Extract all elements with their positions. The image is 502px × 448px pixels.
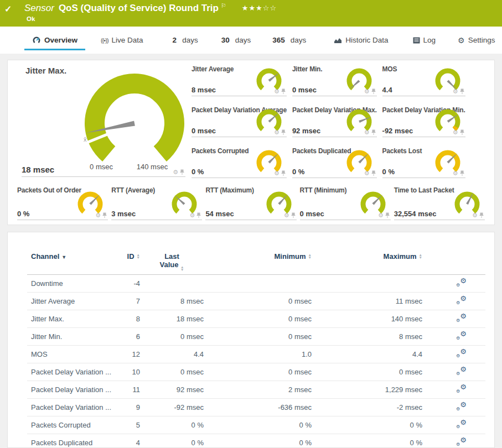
column-header-content: Minimum▲▼ — [275, 252, 312, 261]
gear-icon[interactable]: ⚙ — [453, 129, 458, 136]
pin-icon[interactable] — [460, 88, 464, 95]
sort-arrows-icon[interactable]: ▲▼ — [419, 253, 422, 259]
column-header-label: Minimum — [275, 252, 306, 261]
gauge-cell: Packets Lost0 %⚙ — [382, 146, 465, 178]
table-row: Packet Delay Variation ...100 msec0 msec… — [27, 363, 485, 381]
gear-icon[interactable]: ⚙ — [378, 212, 384, 218]
gauge-cell-icons: ⚙ — [95, 212, 107, 218]
gauge-value: 4.4 — [382, 86, 392, 94]
pin-icon[interactable] — [371, 129, 376, 136]
tab-settings[interactable]: ⚙Settings — [458, 27, 495, 54]
channel-id: 9 — [120, 403, 140, 411]
tab-label: days — [182, 36, 198, 44]
tab-30-days[interactable]: 30days — [221, 27, 251, 54]
gauge-cell: Packets Out of Order0 %⚙ — [17, 185, 108, 220]
channel-id: 10 — [120, 368, 140, 376]
sensor-status-badge: Ok — [27, 15, 35, 22]
channel-name: Packet Delay Variation ... — [27, 368, 120, 376]
channel-settings-gears-icon[interactable]: ⚙⚙ — [456, 296, 467, 305]
pin-icon[interactable] — [460, 170, 464, 176]
sensor-header: ✓ Sensor QoS (Quality of Service) Round … — [0, 0, 502, 27]
gear-large-icon: ⚙ — [460, 366, 467, 373]
sort-arrows-icon[interactable]: ▲▼ — [137, 253, 140, 259]
gauge-value: 8 msec — [192, 86, 216, 94]
column-header-minimum[interactable]: Minimum▲▼ — [204, 252, 312, 261]
channel-settings-gears-icon[interactable]: ⚙⚙ — [456, 420, 467, 429]
priority-stars[interactable]: ★★★☆☆ — [242, 4, 277, 12]
tab-bar: Overview((•))Live Data2days30days365days… — [0, 27, 502, 54]
channel-settings-gears-icon[interactable]: ⚙⚙ — [456, 278, 467, 287]
gear-icon[interactable]: ⚙ — [364, 170, 370, 176]
pin-icon[interactable] — [460, 129, 464, 136]
channel-id: 11 — [120, 386, 140, 394]
tab-historic-data[interactable]: Historic Data — [334, 27, 388, 54]
channel-settings-gears-icon[interactable]: ⚙⚙ — [456, 367, 467, 376]
table-row: Jitter Average78 msec0 msec11 msec⚙⚙ — [27, 293, 485, 310]
gear-icon[interactable]: ⚙ — [284, 212, 289, 218]
pin-icon[interactable] — [102, 212, 107, 218]
channel-settings-gears-icon[interactable]: ⚙⚙ — [456, 402, 467, 411]
gear-icon[interactable]: ⚙ — [472, 212, 478, 218]
pin-icon[interactable] — [281, 88, 286, 95]
table-row: Jitter Min.60 msec0 msec8 msec⚙⚙ — [27, 328, 485, 346]
gear-icon[interactable]: ⚙ — [274, 129, 280, 136]
sort-desc-icon[interactable]: ▼ — [61, 253, 66, 262]
pin-icon[interactable] — [196, 212, 201, 218]
tab-365-days[interactable]: 365days — [272, 27, 306, 54]
table-row: MOS124.41.04.4⚙⚙ — [27, 346, 485, 363]
pin-icon[interactable] — [291, 212, 296, 218]
gauge-value: 54 msec — [205, 210, 234, 218]
pin-icon[interactable] — [371, 88, 376, 95]
table-row: Packet Delay Variation ...1192 msec2 mse… — [27, 381, 485, 399]
tab-2-days[interactable]: 2days — [173, 27, 198, 54]
sort-arrows-icon[interactable]: ▲▼ — [308, 253, 312, 259]
tab-overview[interactable]: Overview — [32, 27, 77, 54]
channel-id: 7 — [120, 297, 140, 305]
channel-maximum: 4.4 — [312, 350, 422, 358]
pin-icon[interactable] — [180, 169, 184, 175]
gear-icon[interactable]: ⚙ — [453, 88, 458, 95]
channel-id: 12 — [120, 350, 140, 358]
column-header-id[interactable]: ID▲▼ — [120, 252, 140, 261]
gauge-value: 18 msec — [22, 165, 54, 174]
channel-settings-gears-icon[interactable]: ⚙⚙ — [456, 384, 467, 393]
gear-icon[interactable]: ⚙ — [95, 212, 101, 218]
sort-arrows-icon[interactable]: ▲▼ — [180, 265, 184, 271]
gauge-cell: Packet Delay Variation Max.92 msec⚙ — [292, 105, 377, 137]
column-header-last_value[interactable]: LastValue ▲▼ — [140, 252, 204, 270]
pin-icon[interactable] — [371, 170, 376, 176]
channel-minimum: 0 msec — [204, 332, 312, 341]
tab-log[interactable]: Log — [413, 27, 436, 54]
gear-icon[interactable]: ⚙ — [173, 169, 178, 175]
column-header-maximum[interactable]: Maximum▲▼ — [312, 252, 422, 261]
channel-settings-gears-icon[interactable]: ⚙⚙ — [456, 331, 467, 340]
gear-icon[interactable]: ⚙ — [274, 88, 280, 95]
gauge-cell-icons: ⚙ — [472, 212, 484, 218]
column-header-channel[interactable]: Channel▼ — [27, 252, 120, 261]
gauge-cell: Packet Delay Variation Min.-92 msec⚙ — [382, 105, 465, 137]
gear-icon[interactable]: ⚙ — [190, 212, 195, 218]
pin-icon[interactable] — [281, 129, 286, 136]
gauge-cell-icons: ⚙ — [453, 170, 464, 176]
gauge-value: 0 msec — [300, 210, 324, 218]
live-data-icon: ((•)) — [101, 37, 108, 44]
flag-icon[interactable]: ⚐ — [221, 2, 226, 9]
pin-icon[interactable] — [479, 212, 484, 218]
pin-icon[interactable] — [281, 170, 286, 176]
tab-live-data[interactable]: ((•))Live Data — [101, 27, 143, 54]
gear-icon[interactable]: ⚙ — [453, 170, 458, 176]
channel-settings-gears-icon[interactable]: ⚙⚙ — [456, 437, 467, 446]
tab-label: Live Data — [112, 36, 143, 44]
gear-icon[interactable]: ⚙ — [274, 170, 280, 176]
pin-icon[interactable] — [385, 212, 390, 218]
channel-maximum: 0 % — [312, 421, 422, 429]
channel-settings-gears-icon[interactable]: ⚙⚙ — [456, 314, 467, 322]
channel-name: Packets Duplicated — [27, 439, 120, 447]
gauge-value: 0 % — [17, 210, 29, 218]
gear-icon[interactable]: ⚙ — [364, 88, 370, 95]
channel-name: Packet Delay Variation ... — [27, 403, 120, 411]
channel-name: Jitter Max. — [27, 315, 120, 323]
channel-minimum: 0 msec — [204, 368, 312, 376]
gear-icon[interactable]: ⚙ — [364, 129, 370, 136]
channel-settings-gears-icon[interactable]: ⚙⚙ — [456, 349, 467, 358]
